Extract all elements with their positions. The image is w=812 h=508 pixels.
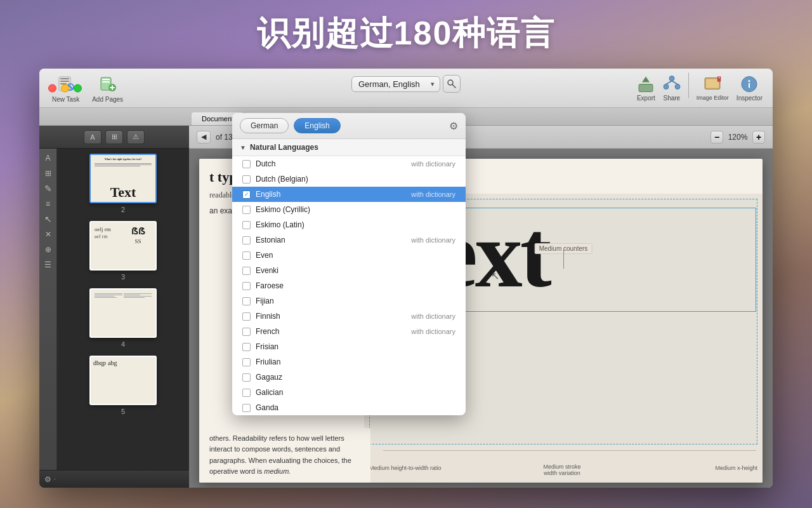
lang-row-eskimo-cyrillic[interactable]: Eskimo (Cyrillic) <box>232 202 466 217</box>
lang-row-estonian[interactable]: Estonian with dictionary <box>232 232 466 248</box>
annot-right-line <box>756 208 756 311</box>
language-dropdown-wrapper: German, English <box>351 75 461 93</box>
thumbnail-2[interactable]: What's the right typeface for text? Text… <box>62 154 184 213</box>
add-pages-button[interactable]: Add Pages <box>87 71 128 105</box>
lang-checkbox-frisian[interactable] <box>242 343 251 351</box>
new-task-label: New Task <box>52 96 79 103</box>
svg-point-17 <box>675 84 680 89</box>
sidebar-tool-warning[interactable]: ⚠ <box>127 130 145 144</box>
tool-add-btn[interactable]: ⊕ <box>41 243 55 257</box>
sidebar-settings-button[interactable]: ⚙ · <box>39 470 189 488</box>
thumb-box-3[interactable]: oelj rm aef rm ẞẞ SS <box>89 221 157 271</box>
add-pages-label: Add Pages <box>92 96 123 103</box>
lang-checkbox-faroese[interactable] <box>242 282 251 290</box>
inspector-button[interactable]: Inspector <box>734 72 765 104</box>
lang-name-faroese: Faroese <box>256 281 450 290</box>
svg-line-18 <box>666 81 672 84</box>
lang-checkbox-even[interactable] <box>242 251 251 260</box>
thumbnail-4[interactable]: 4 <box>62 288 184 348</box>
lang-checkbox-eskimo-latin[interactable] <box>242 221 251 229</box>
sidebar-tool-text[interactable]: A <box>84 130 102 144</box>
lang-checkbox-dutch[interactable] <box>242 160 251 168</box>
svg-marker-14 <box>642 76 650 82</box>
lang-row-galician[interactable]: Galician <box>232 385 466 400</box>
lang-tab-german[interactable]: German <box>240 118 289 133</box>
lang-row-eskimo-latin[interactable]: Eskimo (Latin) <box>232 217 466 232</box>
tool-text-btn[interactable]: A <box>41 151 55 165</box>
export-button[interactable]: Export <box>634 72 658 104</box>
lang-checkbox-ganda[interactable] <box>242 404 251 412</box>
share-label: Share <box>663 94 680 101</box>
tool-cursor-btn[interactable]: ↖ <box>41 212 55 226</box>
image-editor-button[interactable]: Image Editor <box>694 72 731 104</box>
lang-popup-header: German English ⚙ <box>232 113 466 139</box>
lang-row-english[interactable]: ✓ English with dictionary <box>232 187 466 202</box>
lang-checkbox-french[interactable] <box>242 328 251 336</box>
thumbnails-area: What's the right typeface for text? Text… <box>57 149 189 470</box>
lang-row-finnish[interactable]: Finnish with dictionary <box>232 309 466 324</box>
lang-checkbox-estonian[interactable] <box>242 236 251 244</box>
lang-dict-french: with dictionary <box>411 328 455 335</box>
lang-row-faroese[interactable]: Faroese <box>232 278 466 293</box>
language-dropdown[interactable]: German, English <box>351 76 440 92</box>
lang-row-frisian[interactable]: Frisian <box>232 339 466 354</box>
minimize-button[interactable] <box>61 84 69 92</box>
lang-checkbox-dutch-belgian[interactable] <box>242 175 251 184</box>
tool-menu-btn[interactable]: ☰ <box>41 258 55 272</box>
svg-point-26 <box>749 80 750 82</box>
lang-checkbox-gagauz[interactable] <box>242 373 251 382</box>
left-tools: A ⊞ ✎ ≡ ↖ ✕ ⊕ ☰ <box>39 149 57 470</box>
image-editor-icon <box>704 75 721 93</box>
lang-checkbox-english[interactable]: ✓ <box>242 190 251 199</box>
lang-row-fijian[interactable]: Fijian <box>232 293 466 309</box>
lang-row-gagauz[interactable]: Gagauz <box>232 370 466 385</box>
thumbnail-3[interactable]: oelj rm aef rm ẞẞ SS 3 <box>62 221 184 281</box>
thumbnail-5[interactable]: dbqp abg 5 <box>62 356 184 415</box>
app-title-text: 识别超过180种语言 <box>257 15 556 51</box>
prev-page-button[interactable]: ◀ <box>197 131 211 144</box>
svg-rect-21 <box>706 79 719 88</box>
tool-lines-btn[interactable]: ≡ <box>41 197 55 211</box>
sidebar-tool-grid[interactable]: ⊞ <box>105 130 123 144</box>
lang-popup-gear-icon[interactable]: ⚙ <box>449 120 458 132</box>
lang-row-ganda[interactable]: Ganda <box>232 400 466 415</box>
lang-tab-english[interactable]: English <box>294 118 340 133</box>
lang-name-estonian: Estonian <box>256 236 406 244</box>
lang-checkbox-evenki[interactable] <box>242 267 251 275</box>
right-tools: Export Share I <box>634 72 765 104</box>
svg-line-19 <box>672 81 678 84</box>
lang-row-dutch-belgian[interactable]: Dutch (Belgian) <box>232 171 466 187</box>
close-button[interactable] <box>48 84 56 92</box>
lang-checkbox-fijian[interactable] <box>242 297 251 305</box>
lang-checkbox-finnish[interactable] <box>242 312 251 321</box>
lang-row-even[interactable]: Even <box>232 248 466 263</box>
share-button[interactable]: Share <box>660 72 683 104</box>
lang-search-button[interactable] <box>443 75 461 93</box>
lang-name-dutch: Dutch <box>256 159 406 168</box>
svg-rect-7 <box>102 81 110 83</box>
export-icon <box>637 75 655 93</box>
maximize-button[interactable] <box>74 84 82 92</box>
lang-list: Dutch with dictionary Dutch (Belgian) ✓ … <box>232 156 466 415</box>
x-height-label: Medium x-height <box>715 465 757 471</box>
thumb-page-content-2: What's the right typeface for text? Text <box>91 155 155 202</box>
lang-dict-dutch: with dictionary <box>411 160 455 168</box>
thumb-box-4[interactable] <box>89 288 157 338</box>
tool-edit-btn[interactable]: ✎ <box>41 182 55 196</box>
lang-checkbox-eskimo-cyrillic[interactable] <box>242 206 251 214</box>
lang-row-friulian[interactable]: Friulian <box>232 354 466 370</box>
svg-rect-2 <box>60 81 69 82</box>
lang-row-dutch[interactable]: Dutch with dictionary <box>232 156 466 171</box>
lang-checkbox-friulian[interactable] <box>242 358 251 366</box>
thumb-num-3: 3 <box>121 273 125 281</box>
tool-close-btn[interactable]: ✕ <box>41 227 55 241</box>
lang-row-evenki[interactable]: Evenki <box>232 263 466 278</box>
lang-row-french[interactable]: French with dictionary <box>232 324 466 339</box>
thumb-box-5[interactable]: dbqp abg <box>89 356 157 405</box>
toolbar-separator <box>688 72 689 98</box>
zoom-out-button[interactable]: − <box>710 131 723 144</box>
tool-grid-btn[interactable]: ⊞ <box>41 166 55 180</box>
zoom-in-button[interactable]: + <box>752 131 765 144</box>
thumb-box-2[interactable]: What's the right typeface for text? Text <box>89 154 157 203</box>
lang-checkbox-galician[interactable] <box>242 389 251 397</box>
